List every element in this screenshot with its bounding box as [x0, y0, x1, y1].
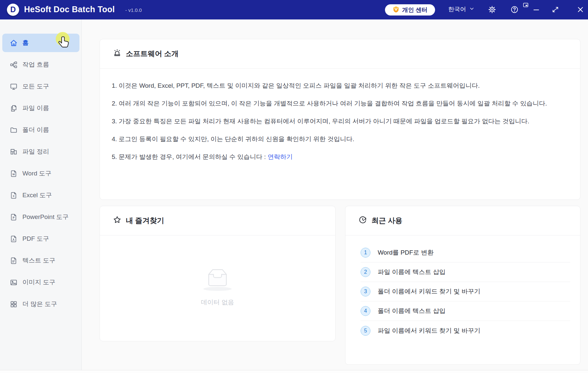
- contact-link[interactable]: 연락하기: [268, 153, 293, 160]
- recent-item-3[interactable]: 3 폴더 이름에서 키워드 찾기 및 바꾸기: [361, 282, 570, 301]
- help-button[interactable]: [510, 5, 519, 14]
- intro-line-5: 5. 문제가 발생한 경우, 여기에서 문의하실 수 있습니다 : 연락하기: [112, 152, 566, 162]
- intro-line-3: 3. 가장 중요한 특징은 모든 파일 처리가 현재 사용하는 컴퓨터에서 이루…: [112, 116, 566, 127]
- sidebar-item-file-name[interactable]: 파일 이름: [2, 99, 79, 117]
- recent-item-number-badge: 1: [361, 248, 370, 258]
- sidebar-item-label: Word 도구: [22, 169, 51, 178]
- recent-item-label: 파일 이름에 텍스트 삽입: [378, 268, 446, 276]
- sidebar-item-label: Excel 도구: [22, 191, 52, 200]
- sidebar-item-excel-tools[interactable]: X Excel 도구: [2, 186, 79, 204]
- recent-title: 최근 사용: [371, 216, 402, 226]
- sidebar-item-more-tools[interactable]: 더 많은 도구: [2, 295, 79, 313]
- sidebar-item-label: 파일 이름: [22, 104, 49, 112]
- organize-blocks-icon: [10, 148, 17, 156]
- svg-text:W: W: [13, 173, 15, 176]
- favorites-title: 내 즐겨찾기: [126, 216, 164, 226]
- language-selector[interactable]: 한국어: [448, 5, 474, 13]
- sidebar-item-label: 홈: [22, 39, 29, 47]
- empty-tray-shadow: [203, 287, 232, 291]
- image-icon: [10, 279, 17, 286]
- sidebar-item-label: PDF 도구: [22, 234, 49, 243]
- window-preview-icon[interactable]: [523, 2, 529, 8]
- app-title: HeSoft Doc Batch Tool: [24, 5, 115, 14]
- recent-list: 1 Word를 PDF로 변환 2 파일 이름에 텍스트 삽입 3 폴더 이름에…: [345, 235, 580, 340]
- monitor-icon: [10, 83, 17, 90]
- intro-line-5-text: 5. 문제가 발생한 경우, 여기에서 문의하실 수 있습니다 :: [112, 153, 268, 160]
- recent-item-4[interactable]: 4 폴더 이름에 텍스트 삽입: [361, 301, 570, 321]
- sidebar-item-pdf-tools[interactable]: PDF 도구: [2, 230, 79, 248]
- sidebar-nav: 홈 작업 흐름 모든 도구 파일 이름: [0, 19, 82, 370]
- recent-item-2[interactable]: 2 파일 이름에 텍스트 삽입: [361, 263, 570, 282]
- favorites-header: 내 즐겨찾기: [100, 206, 335, 235]
- recent-item-5[interactable]: 5 파일 이름에서 키워드 찾기 및 바꾸기: [361, 321, 570, 340]
- star-icon: [113, 216, 121, 226]
- software-intro-card: 소프트웨어 소개 1. 이것은 Word, Excel, PPT, PDF, 텍…: [100, 39, 580, 200]
- personal-center-label: 개인 센터: [402, 6, 427, 14]
- grid-icon: [10, 300, 17, 308]
- sidebar-item-label: 작업 흐름: [22, 60, 49, 69]
- software-intro-header: 소프트웨어 소개: [100, 39, 580, 69]
- sidebar-item-label: 모든 도구: [22, 82, 49, 91]
- recent-item-number-badge: 5: [361, 326, 370, 336]
- file-copy-icon: [10, 105, 17, 112]
- word-file-icon: W: [10, 170, 17, 177]
- favorites-empty-state: 데이터 없음: [100, 267, 335, 307]
- recent-header: 최근 사용: [345, 206, 580, 235]
- sidebar-item-workflow[interactable]: 작업 흐름: [2, 55, 79, 74]
- svg-text:X: X: [13, 195, 15, 198]
- sidebar-item-label: 텍스트 도구: [22, 256, 55, 265]
- sidebar-item-label: 파일 정리: [22, 147, 49, 156]
- close-button[interactable]: [576, 5, 585, 14]
- folder-icon: [10, 126, 17, 134]
- workflow-icon: [10, 61, 17, 69]
- app-logo: D: [7, 4, 19, 16]
- app-version: - v1.0.0: [125, 7, 142, 13]
- software-intro-body: 1. 이것은 Word, Excel, PPT, PDF, 텍스트 및 이미지와…: [100, 69, 580, 162]
- recent-item-1[interactable]: 1 Word를 PDF로 변환: [361, 243, 570, 263]
- settings-button[interactable]: [488, 5, 496, 14]
- sidebar-item-powerpoint-tools[interactable]: P PowerPoint 도구: [2, 208, 79, 226]
- recent-usage-card: 최근 사용 1 Word를 PDF로 변환 2 파일 이름에 텍스트 삽입 3 …: [345, 206, 580, 365]
- excel-file-icon: X: [10, 192, 17, 199]
- pdf-file-icon: [10, 235, 17, 243]
- sidebar-item-home[interactable]: 홈: [2, 34, 79, 52]
- intro-line-1: 1. 이것은 Word, Excel, PPT, PDF, 텍스트 및 이미지와…: [112, 80, 566, 91]
- sidebar-item-image-tools[interactable]: 이미지 도구: [2, 273, 79, 292]
- personal-center-button[interactable]: 개인 센터: [385, 4, 435, 16]
- recent-item-label: Word를 PDF로 변환: [378, 248, 434, 257]
- home-icon: [10, 39, 17, 47]
- sidebar-item-label: 이미지 도구: [22, 278, 55, 287]
- sidebar-item-word-tools[interactable]: W Word 도구: [2, 164, 79, 183]
- sidebar-item-all-tools[interactable]: 모든 도구: [2, 77, 79, 96]
- language-label: 한국어: [448, 5, 466, 13]
- sidebar-item-file-organize[interactable]: 파일 정리: [2, 142, 79, 161]
- software-intro-title: 소프트웨어 소개: [126, 49, 179, 59]
- sidebar-item-label: 더 많은 도구: [22, 300, 57, 308]
- siren-icon: [113, 49, 121, 59]
- recent-item-label: 폴더 이름에 텍스트 삽입: [378, 307, 446, 315]
- app-logo-letter: D: [10, 6, 16, 14]
- window-bottom-edge: [0, 370, 588, 373]
- text-file-icon: [10, 257, 17, 264]
- intro-line-4: 4. 로그인 등록이 필요할 수 있지만, 이는 단순히 귀하의 신원을 확인하…: [112, 134, 566, 144]
- clock-icon: [359, 216, 367, 226]
- recent-item-label: 폴더 이름에서 키워드 찾기 및 바꾸기: [378, 287, 480, 296]
- intro-line-2: 2. 여러 개의 작은 기능이 포함되어 있으며, 이 작은 기능을 개별적으로…: [112, 98, 566, 109]
- favorites-empty-text: 데이터 없음: [201, 298, 234, 307]
- svg-text:P: P: [13, 216, 15, 219]
- sidebar-item-label: 폴더 이름: [22, 126, 49, 134]
- sidebar-item-text-tools[interactable]: 텍스트 도구: [2, 251, 79, 270]
- minimize-button[interactable]: [532, 5, 541, 14]
- chevron-down-icon: [469, 6, 474, 13]
- recent-item-number-badge: 3: [361, 287, 370, 296]
- recent-item-number-badge: 2: [361, 267, 370, 277]
- powerpoint-file-icon: P: [10, 213, 17, 221]
- recent-item-label: 파일 이름에서 키워드 찾기 및 바꾸기: [378, 326, 480, 335]
- sidebar-item-folder-name[interactable]: 폴더 이름: [2, 121, 79, 139]
- recent-item-number-badge: 4: [361, 306, 370, 316]
- vip-badge-icon: [393, 6, 399, 14]
- favorites-card: 내 즐겨찾기 데이터 없음: [100, 206, 336, 341]
- maximize-button[interactable]: [551, 5, 560, 14]
- sidebar-item-label: PowerPoint 도구: [22, 213, 69, 221]
- title-bar: D HeSoft Doc Batch Tool - v1.0.0 개인 센터 한…: [0, 0, 588, 19]
